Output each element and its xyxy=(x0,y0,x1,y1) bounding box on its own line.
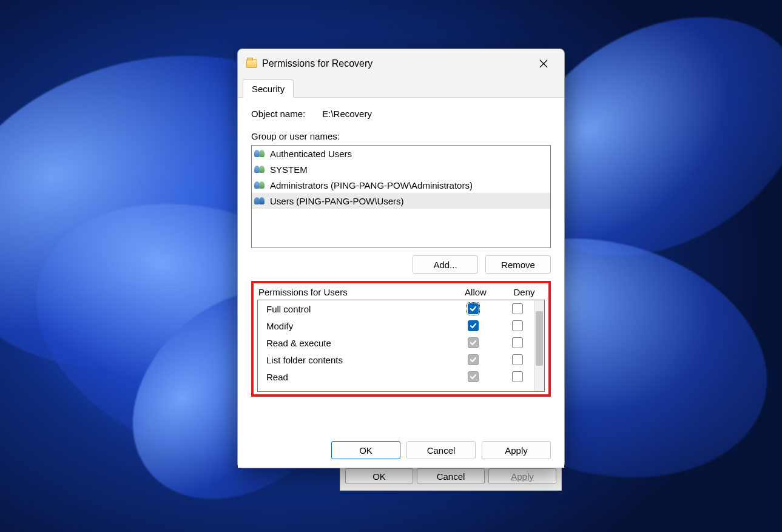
permission-label: Read xyxy=(258,372,445,382)
checkbox[interactable] xyxy=(512,303,523,314)
checkbox[interactable] xyxy=(468,320,479,331)
permission-label: Read & execute xyxy=(258,338,445,348)
checkbox[interactable] xyxy=(512,354,523,365)
permission-label: Modify xyxy=(258,321,445,331)
list-item[interactable]: SYSTEM xyxy=(252,161,550,177)
allow-cell xyxy=(445,371,501,382)
checkbox[interactable] xyxy=(512,371,523,382)
list-item-label: Administrators (PING-PANG-POW\Administra… xyxy=(270,180,473,190)
permissions-scrollbar[interactable] xyxy=(534,300,544,391)
deny-header: Deny xyxy=(504,287,545,297)
parent-ok-button[interactable]: OK xyxy=(345,468,413,484)
permission-label: List folder contents xyxy=(258,355,445,365)
object-path: E:\Recovery xyxy=(322,109,372,119)
ok-button[interactable]: OK xyxy=(331,441,400,459)
parent-apply-button: Apply xyxy=(488,468,556,484)
checkbox[interactable] xyxy=(468,354,479,365)
checkbox[interactable] xyxy=(468,371,479,382)
list-item-label: Authenticated Users xyxy=(270,149,352,159)
list-item-label: SYSTEM xyxy=(270,164,308,175)
deny-cell xyxy=(501,320,534,331)
tab-security[interactable]: Security xyxy=(243,79,294,98)
deny-cell xyxy=(501,354,534,365)
group-listbox[interactable]: Authenticated UsersSYSTEMAdministrators … xyxy=(251,145,551,248)
titlebar[interactable]: Permissions for Recovery xyxy=(238,49,564,78)
checkbox[interactable] xyxy=(468,337,479,348)
list-item[interactable]: Authenticated Users xyxy=(252,146,550,161)
cancel-button[interactable]: Cancel xyxy=(406,441,476,459)
list-item[interactable]: Administrators (PING-PANG-POW\Administra… xyxy=(252,177,550,193)
allow-cell xyxy=(445,303,501,314)
close-icon xyxy=(539,59,548,68)
permission-label: Full control xyxy=(258,304,445,314)
permissions-title: Permissions for Users xyxy=(257,287,448,297)
permissions-highlight-box: Permissions for Users Allow Deny Full co… xyxy=(251,281,551,397)
remove-button[interactable]: Remove xyxy=(485,255,551,274)
allow-cell xyxy=(445,320,501,331)
window-title: Permissions for Recovery xyxy=(262,58,372,69)
deny-cell xyxy=(501,337,534,348)
tab-content: Object name: E:\Recovery Group or user n… xyxy=(238,98,564,468)
permission-row: Read & execute xyxy=(258,334,534,351)
users-icon xyxy=(254,164,266,174)
users-icon xyxy=(254,149,266,158)
checkbox[interactable] xyxy=(468,303,479,314)
permissions-list: Full controlModifyRead & executeList fol… xyxy=(257,300,545,392)
parent-dialog-button-row: OK Cancel Apply xyxy=(340,465,562,491)
users-icon xyxy=(254,180,266,190)
allow-cell xyxy=(445,354,501,365)
checkbox[interactable] xyxy=(512,337,523,348)
folder-icon xyxy=(246,59,257,68)
deny-cell xyxy=(501,371,534,382)
tab-row: Security xyxy=(238,78,564,98)
permission-row: Modify xyxy=(258,317,534,334)
permission-row: Read xyxy=(258,368,534,385)
users-icon xyxy=(254,196,266,206)
permissions-dialog: Permissions for Recovery Security Object… xyxy=(237,49,565,468)
checkbox[interactable] xyxy=(512,320,523,331)
close-button[interactable] xyxy=(530,55,557,73)
allow-cell xyxy=(445,337,501,348)
apply-button[interactable]: Apply xyxy=(482,441,551,459)
group-label: Group or user names: xyxy=(251,131,551,141)
parent-cancel-button[interactable]: Cancel xyxy=(417,468,485,484)
object-name-label: Object name: xyxy=(251,109,305,119)
permission-row: List folder contents xyxy=(258,351,534,368)
permission-row: Full control xyxy=(258,300,534,317)
deny-cell xyxy=(501,303,534,314)
allow-header: Allow xyxy=(448,287,504,297)
list-item-label: Users (PING-PANG-POW\Users) xyxy=(270,196,404,206)
scrollbar-thumb[interactable] xyxy=(536,311,543,366)
add-button[interactable]: Add... xyxy=(413,255,478,274)
list-item[interactable]: Users (PING-PANG-POW\Users) xyxy=(252,193,550,209)
